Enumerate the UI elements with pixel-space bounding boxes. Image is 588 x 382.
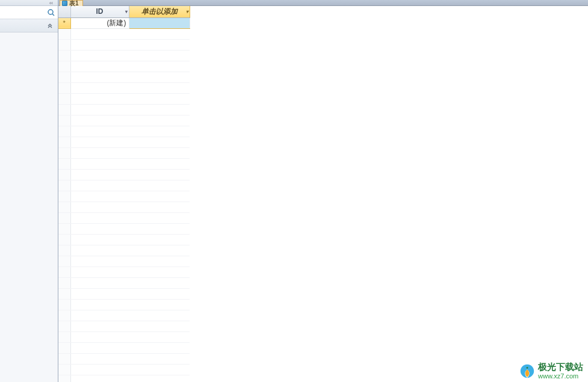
id-cell-value: (新建) bbox=[107, 19, 126, 27]
empty-row bbox=[58, 256, 190, 266]
empty-row bbox=[58, 310, 190, 321]
nav-pane-header: ‹‹ bbox=[0, 0, 58, 6]
new-record-row[interactable]: * (新建) bbox=[58, 17, 190, 28]
empty-row bbox=[58, 353, 190, 364]
row-selector[interactable]: * bbox=[58, 17, 70, 28]
empty-row bbox=[58, 104, 190, 115]
svg-line-1 bbox=[52, 14, 54, 16]
grid-scroller[interactable]: ID ▾ 单击以添加 ▾ * bbox=[58, 6, 588, 382]
empty-row bbox=[58, 126, 190, 137]
empty-row bbox=[58, 72, 190, 82]
empty-row bbox=[58, 342, 190, 353]
empty-row bbox=[58, 266, 190, 277]
grid-table: ID ▾ 单击以添加 ▾ * bbox=[58, 6, 190, 382]
add-cell[interactable] bbox=[129, 17, 190, 28]
tab-label: 表1 bbox=[69, 1, 79, 7]
empty-row bbox=[58, 331, 190, 342]
empty-row bbox=[58, 158, 190, 169]
empty-row bbox=[58, 212, 190, 223]
app-root: ‹‹ 表1 bbox=[0, 0, 588, 382]
empty-row bbox=[58, 223, 190, 234]
empty-row bbox=[58, 61, 190, 72]
empty-row bbox=[58, 115, 190, 126]
empty-row bbox=[58, 82, 190, 93]
empty-row bbox=[58, 191, 190, 202]
dropdown-icon: ▾ bbox=[125, 9, 128, 14]
empty-row bbox=[58, 137, 190, 147]
column-header-id-label: ID bbox=[96, 7, 104, 16]
empty-row bbox=[58, 169, 190, 180]
main-area: 表1 ID ▾ bbox=[58, 0, 588, 382]
nav-body bbox=[0, 32, 58, 382]
empty-row bbox=[58, 180, 190, 191]
tab-bar: 表1 bbox=[58, 0, 588, 6]
search-input[interactable] bbox=[1, 7, 46, 18]
empty-row bbox=[58, 364, 190, 375]
empty-row bbox=[58, 147, 190, 158]
tab-table1[interactable]: 表1 bbox=[60, 0, 83, 6]
empty-row bbox=[58, 321, 190, 331]
column-header-add[interactable]: 单击以添加 ▾ bbox=[129, 6, 190, 17]
empty-row bbox=[58, 202, 190, 212]
empty-row bbox=[58, 93, 190, 104]
empty-row bbox=[58, 245, 190, 256]
column-header-add-label: 单击以添加 bbox=[141, 7, 178, 16]
search-icon[interactable] bbox=[46, 7, 57, 18]
dropdown-icon: ▾ bbox=[186, 9, 188, 14]
table-icon bbox=[62, 1, 67, 6]
empty-row bbox=[58, 39, 190, 50]
nav-group-header[interactable] bbox=[0, 19, 58, 32]
empty-row bbox=[58, 299, 190, 310]
empty-row bbox=[58, 277, 190, 288]
id-cell[interactable]: (新建) bbox=[70, 17, 129, 28]
nav-collapse-icon[interactable]: ‹‹ bbox=[48, 0, 54, 6]
chevron-up-icon bbox=[47, 23, 53, 29]
svg-point-0 bbox=[48, 10, 53, 14]
datasheet: ID ▾ 单击以添加 ▾ * bbox=[58, 6, 588, 382]
empty-row bbox=[58, 50, 190, 61]
navigation-pane: ‹‹ bbox=[0, 0, 58, 382]
select-all-header[interactable] bbox=[58, 6, 70, 17]
empty-row bbox=[58, 288, 190, 299]
empty-row bbox=[58, 234, 190, 245]
empty-row bbox=[58, 375, 190, 382]
column-header-id[interactable]: ID ▾ bbox=[70, 6, 129, 17]
nav-search-row bbox=[0, 6, 58, 19]
header-row: ID ▾ 单击以添加 ▾ bbox=[58, 6, 190, 17]
new-row-icon: * bbox=[63, 19, 66, 26]
empty-row bbox=[58, 28, 190, 39]
